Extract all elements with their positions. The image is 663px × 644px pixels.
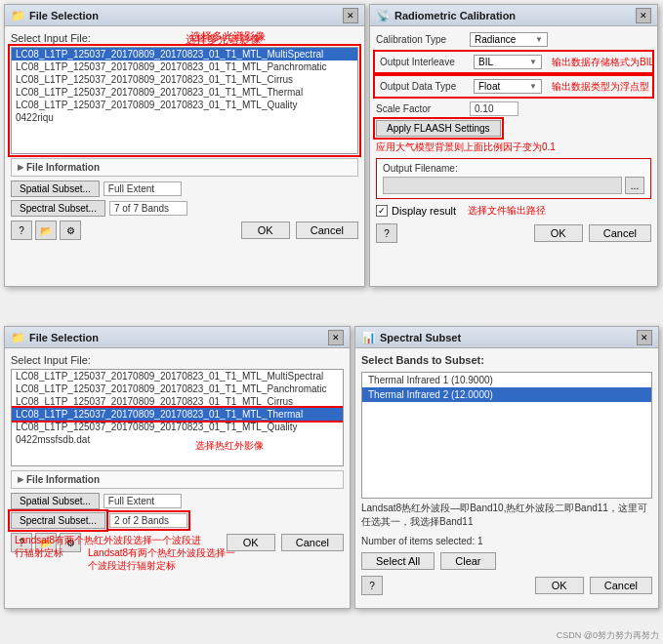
calibration-type-label: Calibration Type — [376, 34, 464, 45]
output-data-type-label: Output Data Type — [380, 81, 468, 92]
file-item[interactable]: LC08_L1TP_125037_20170809_20170823_01_T1… — [12, 408, 343, 421]
file-ok-btn-top[interactable]: OK — [241, 221, 290, 239]
spectral-subset-window: 📊 Spectral Subset ✕ Select Bands to Subs… — [354, 326, 659, 609]
spatial-subset-value-bottom: Full Extent — [104, 494, 182, 508]
radio-ok-btn[interactable]: OK — [534, 224, 583, 242]
help-icon-radio[interactable]: ? — [376, 223, 397, 243]
radiometric-close[interactable]: ✕ — [636, 8, 651, 23]
file-item[interactable]: LC08_L1TP_125037_20170809_20170823_01_T1… — [12, 86, 357, 99]
spectral-cancel-btn[interactable]: Cancel — [590, 577, 652, 594]
radiometric-window: 📡 Radiometric Calibration ✕ Calibration … — [369, 4, 658, 287]
file-item[interactable]: LC08_L1TP_125037_20170809_20170823_01_T1… — [12, 421, 343, 433]
file-item[interactable]: 0422mssfsdb.dat — [12, 433, 343, 446]
select-bands-label: Select Bands to Subset: — [361, 354, 652, 366]
file-info-label-bottom: File Information — [26, 474, 100, 485]
spectral-subset-btn-top[interactable]: Spectral Subset... — [11, 200, 105, 217]
output-interleave-select[interactable]: BIL ▼ — [474, 55, 542, 69]
file-item[interactable]: LC08_L1TP_125037_20170809_20170823_01_T1… — [12, 73, 357, 86]
radiometric-title: Radiometric Calibration — [394, 10, 516, 21]
watermark: CSDN @0努力努力再努力 — [557, 629, 659, 642]
settings-icon-top[interactable]: ⚙ — [60, 221, 81, 240]
triangle-icon-bottom: ▶ — [18, 475, 23, 484]
file-selection-bottom-close[interactable]: ✕ — [328, 330, 344, 345]
file-item[interactable]: LC08_L1TP_125037_20170809_20170823_01_T1… — [12, 370, 343, 382]
folder-icon: 📁 — [11, 9, 25, 22]
file-item[interactable]: LC08_L1TP_125037_20170809_20170823_01_T1… — [12, 395, 343, 408]
output-interleave-label: Output Interleave — [380, 57, 468, 67]
select-input-label-bottom: Select Input File: — [11, 354, 344, 366]
thermal-annotation: 选择热红外影像 — [195, 439, 264, 453]
band-item[interactable]: Thermal Infrared 2 (12.0000) — [362, 387, 651, 402]
file-selection-top-title: File Selection — [29, 10, 99, 21]
help-icon-top[interactable]: ? — [11, 221, 32, 240]
radio-icon: 📡 — [376, 9, 391, 22]
data-type-arrow: ▼ — [529, 82, 537, 91]
file-cancel-btn-top[interactable]: Cancel — [296, 221, 358, 239]
radio-cancel-btn[interactable]: Cancel — [589, 224, 651, 242]
spectral-annotation-bottom: Landsat8有两个热红外波段选择一个波段进行辐射定标 — [88, 546, 244, 572]
file-item[interactable]: LC08_L1TP_125037_20170809_20170823_01_T1… — [12, 382, 343, 395]
spectral-subset-close[interactable]: ✕ — [637, 330, 652, 345]
display-result-label: Display result — [392, 205, 456, 217]
output-filename-section: Output Filename: ... — [376, 158, 651, 199]
folder-icon-bottom: 📁 — [11, 331, 25, 344]
clear-btn[interactable]: Clear — [440, 552, 495, 570]
filename-input[interactable] — [383, 177, 622, 194]
display-result-checkbox[interactable]: ✓ — [376, 205, 388, 217]
file-item[interactable]: 0422riqu — [12, 111, 357, 124]
spectral-icon: 📊 — [361, 331, 376, 344]
file-list-bottom[interactable]: LC08_L1TP_125037_20170809_20170823_01_T1… — [11, 369, 344, 466]
file-item[interactable]: LC08_L1TP_125037_20170809_20170823_01_T1… — [12, 48, 357, 60]
file-info-section-bottom: ▶ File Information — [11, 470, 344, 489]
spectral-ok-btn[interactable]: OK — [535, 577, 584, 594]
annotation-bil: 输出数据存储格式为BIL — [552, 56, 654, 69]
calibration-type-select[interactable]: Radiance ▼ — [470, 32, 548, 47]
file-info-section-top: ▶ File Information — [11, 158, 358, 177]
apply-flaash-btn[interactable]: Apply FLAASH Settings — [376, 120, 501, 137]
spatial-subset-value-top: Full Extent — [104, 181, 182, 196]
spatial-subset-btn-bottom[interactable]: Spatial Subset... — [11, 493, 100, 509]
triangle-icon-top: ▶ — [18, 163, 23, 172]
output-data-type-select[interactable]: Float ▼ — [474, 79, 542, 94]
open-icon-top[interactable]: 📂 — [35, 221, 57, 240]
file-selection-top-window: 📁 File Selection ✕ Select Input File: 选择… — [4, 4, 365, 287]
scale-factor-value: 0.10 — [470, 101, 518, 116]
select-input-label-top: Select Input File: — [11, 32, 358, 44]
file-item[interactable]: LC08_L1TP_125037_20170809_20170823_01_T1… — [12, 99, 357, 111]
annotation-scale: 应用大气模型背景则上面比例因子变为0.1 — [376, 141, 651, 154]
annotation-float: 输出数据类型为浮点型 — [552, 80, 649, 94]
band-list[interactable]: Thermal Infrared 1 (10.9000)Thermal Infr… — [361, 372, 652, 499]
interleave-arrow: ▼ — [529, 58, 537, 66]
spatial-subset-btn-top[interactable]: Spatial Subset... — [11, 181, 100, 197]
file-info-label-top: File Information — [26, 162, 100, 173]
file-cancel-btn-bottom[interactable]: Cancel — [281, 534, 344, 551]
file-selection-top-close[interactable]: ✕ — [343, 8, 358, 23]
select-all-btn[interactable]: Select All — [361, 552, 435, 570]
file-selection-top-titlebar: 📁 File Selection ✕ — [5, 5, 364, 26]
output-filename-label: Output Filename: — [383, 163, 644, 174]
spectral-subset-title: Spectral Subset — [380, 332, 461, 343]
items-selected-label: Number of items selected: 1 — [361, 532, 652, 548]
calibration-type-arrow: ▼ — [535, 35, 543, 44]
browse-btn[interactable]: ... — [625, 177, 644, 194]
radiometric-titlebar: 📡 Radiometric Calibration ✕ — [370, 5, 657, 26]
scale-factor-label: Scale Factor — [376, 103, 464, 114]
band-note: Landsat8热红外波段—即Band10,热红外波段二即Band11，这里可任… — [361, 499, 652, 532]
band-item[interactable]: Thermal Infrared 1 (10.9000) — [362, 373, 651, 387]
file-list-top[interactable]: LC08_L1TP_125037_20170809_20170823_01_T1… — [11, 47, 358, 154]
help-icon-spectral[interactable]: ? — [361, 576, 383, 595]
spectral-subset-btn-bottom[interactable]: Spectral Subset... — [11, 512, 105, 529]
multispectral-annotation: 选择多光谱影像 — [190, 29, 266, 44]
spectral-subset-value-top: 7 of 7 Bands — [109, 201, 187, 216]
annotation-output: 选择文件输出路径 — [468, 204, 546, 218]
file-item[interactable]: LC08_L1TP_125037_20170809_20170823_01_T1… — [12, 60, 357, 73]
file-selection-bottom-title: File Selection — [29, 332, 99, 343]
file-selection-bottom-titlebar: 📁 File Selection ✕ — [5, 327, 350, 348]
spectral-subset-value-bottom: 2 of 2 Bands — [109, 513, 187, 528]
spectral-subset-titlebar: 📊 Spectral Subset ✕ — [355, 327, 658, 348]
